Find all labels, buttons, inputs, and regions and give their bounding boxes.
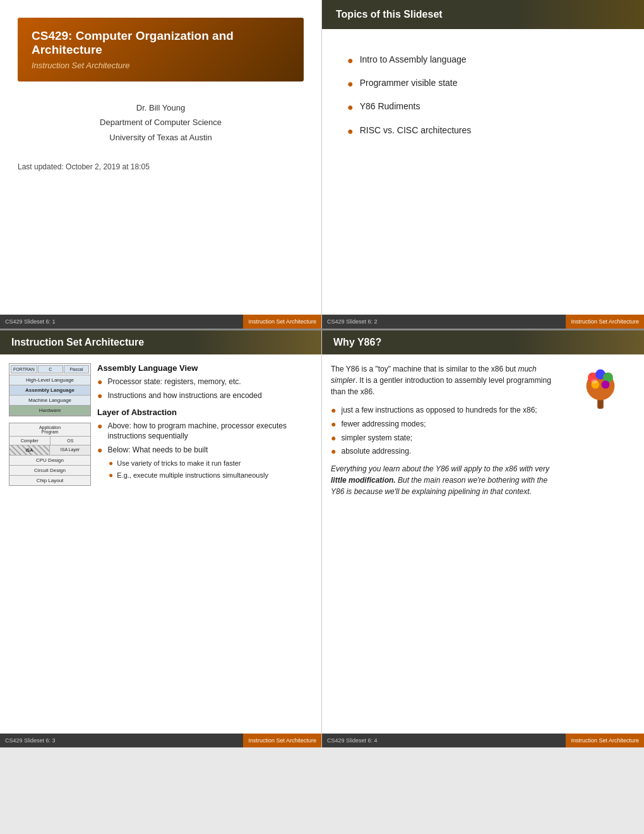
sub-bullet-dot-1: ● [109, 459, 113, 468]
topic-item: ●Programmer visible state [347, 78, 626, 90]
slide4-title: Why Y86? [333, 337, 633, 348]
s4-bullet-dot-1: ● [331, 405, 336, 416]
topic-bullet: ● [347, 54, 354, 66]
slide4-footer: CS429 Slideset 6: 4 Instruction Set Arch… [322, 734, 644, 747]
d1-machine: Machine Language [9, 396, 90, 406]
d2-compiler-os: Compiler OS [9, 437, 90, 445]
slide3-footer: CS429 Slideset 6: 3 Instruction Set Arch… [0, 734, 321, 747]
d2-isa-label: ISA Layer [50, 445, 90, 455]
slide3-bullet4-text: Below: What needs to be built [107, 445, 208, 456]
d1-hardware: Hardware [9, 406, 90, 416]
slide1-title-block: CS429: Computer Organization and Archite… [18, 18, 304, 82]
diagram2-box: ApplicationProgram Compiler OS ISA ISA L… [9, 423, 91, 486]
slide3-sub-bullet2: ● E.g., execute multiple instructions si… [109, 471, 313, 480]
topic-text: Programmer visible state [360, 78, 458, 88]
bottom-slides-row: Instruction Set Architecture FORTRAN C P… [0, 329, 644, 747]
bullet-dot-4: ● [97, 445, 102, 456]
slide3-content: FORTRAN C Pascal High-Level Language Ass… [0, 354, 321, 486]
topic-text: RISC vs. CISC architectures [360, 125, 472, 135]
d1-high-level: High-Level Language [9, 375, 90, 385]
slide3-bullet1-text: Processor state: registers, memory, etc. [107, 377, 241, 387]
d2-cpu: CPU Design [9, 456, 90, 466]
author-name: Dr. Bill Young [0, 100, 321, 115]
page-wrapper: { "slide1": { "main_title": "CS429: Comp… [0, 0, 644, 747]
d2-isa-hatched: ISA [9, 445, 50, 455]
slide4-bullet3: ● simpler system state; [331, 433, 558, 444]
slide4-footer-left: CS429 Slideset 6: 4 [322, 734, 566, 747]
slide-3: Instruction Set Architecture FORTRAN C P… [0, 330, 322, 747]
slide4-bullet4: ● absolute addressing. [331, 446, 558, 457]
slide4-bullet1-text: just a few instructions as opposed to hu… [341, 405, 537, 416]
slide1-sub-title: Instruction Set Architecture [32, 61, 290, 70]
topic-item: ●Intro to Assembly language [347, 54, 626, 66]
bullet-dot-3: ● [97, 421, 102, 432]
slide4-intro: The Y86 is a "toy" machine that is simil… [331, 363, 558, 397]
slide4-footer-right: Instruction Set Architecture [566, 734, 644, 747]
slide1-footer-left: CS429 Slideset 6: 1 [0, 315, 243, 329]
topic-bullet: ● [347, 78, 354, 90]
slide3-bullet2-text: Instructions and how instructions are en… [107, 390, 261, 401]
d2-compiler: Compiler [9, 437, 51, 445]
slide3-title: Instruction Set Architecture [11, 337, 310, 348]
s4-bullet-dot-2: ● [331, 419, 336, 430]
topic-item: ●RISC vs. CISC architectures [347, 125, 626, 137]
topic-bullet: ● [347, 101, 354, 113]
university: University of Texas at Austin [0, 130, 321, 145]
slide3-bullet2: ● Instructions and how instructions are … [97, 390, 313, 401]
d2-app: ApplicationProgram [9, 423, 90, 437]
d1-fortran-row: FORTRAN C Pascal [9, 364, 90, 375]
slide4-toy-image [566, 363, 635, 497]
slide3-header: Instruction Set Architecture [0, 330, 321, 354]
s4-bullet-dot-4: ● [331, 446, 336, 457]
slide4-content: The Y86 is a "toy" machine that is simil… [322, 354, 644, 497]
slide3-sub-bullet2-text: E.g., execute multiple instructions simu… [117, 471, 268, 480]
slide4-bullet2: ● fewer addressing modes; [331, 419, 558, 430]
d2-os: OS [51, 437, 91, 445]
d1-c: C [38, 365, 63, 373]
slide4-italic-text: Everything you learn about the Y86 will … [331, 463, 558, 497]
bullet-dot-1: ● [97, 377, 102, 387]
topic-text: Intro to Assembly language [360, 54, 467, 64]
bullet-dot-2: ● [97, 390, 102, 401]
slide2-header: Topics of this Slideset [322, 0, 644, 29]
top-slides-row: CS429: Computer Organization and Archite… [0, 0, 644, 329]
topic-item: ●Y86 Rudiments [347, 101, 626, 113]
topic-bullet: ● [347, 125, 354, 137]
slide-4: Why Y86? The Y86 is a "toy" machine that… [322, 330, 644, 747]
d1-fortran: FORTRAN [11, 365, 37, 373]
slide4-bullet1: ● just a few instructions as opposed to … [331, 405, 558, 416]
slide1-footer-right: Instruction Set Architecture [243, 315, 321, 329]
toy-svg [569, 363, 632, 414]
slide4-text: The Y86 is a "toy" machine that is simil… [331, 363, 558, 497]
topic-text: Y86 Rudiments [360, 101, 420, 111]
svg-point-7 [592, 380, 598, 384]
d2-chip: Chip Layout [9, 476, 90, 485]
slide-2: Topics of this Slideset ●Intro to Assemb… [322, 0, 644, 329]
slide3-sub-bullet1-text: Use variety of tricks to make it run fas… [117, 459, 241, 468]
slide3-bullet1: ● Processor state: registers, memory, et… [97, 377, 313, 387]
slide3-footer-right: Instruction Set Architecture [243, 734, 321, 747]
slide2-topics-list: ●Intro to Assembly language●Programmer v… [347, 54, 626, 137]
slide-1: CS429: Computer Organization and Archite… [0, 0, 322, 329]
slide4-bullet3-text: simpler system state; [341, 433, 412, 444]
sub-bullet-dot-2: ● [109, 471, 113, 480]
slide1-main-title: CS429: Computer Organization and Archite… [32, 29, 290, 57]
slide3-bullet3: ● Above: how to program machine, process… [97, 421, 313, 442]
slide1-updated: Last updated: October 2, 2019 at 18:05 [18, 162, 304, 171]
slide3-diagrams: FORTRAN C Pascal High-Level Language Ass… [9, 363, 91, 486]
slide3-bullet4: ● Below: What needs to be built [97, 445, 313, 456]
d2-isa-row: ISA ISA Layer [9, 445, 90, 456]
slide1-footer: CS429 Slideset 6: 1 Instruction Set Arch… [0, 315, 321, 329]
slide4-bullet2-text: fewer addressing modes; [341, 419, 426, 430]
diagram1-box: FORTRAN C Pascal High-Level Language Ass… [9, 363, 91, 416]
slide4-header: Why Y86? [322, 330, 644, 354]
slide2-title: Topics of this Slideset [336, 9, 443, 20]
d1-pascal: Pascal [64, 365, 89, 373]
svg-point-6 [602, 380, 610, 389]
slide3-footer-left: CS429 Slideset 6: 3 [0, 734, 243, 747]
slide3-bullet3-text: Above: how to program machine, processor… [107, 421, 313, 442]
d1-assembly: Assembly Language [9, 385, 90, 396]
slide3-section1-heading: Assembly Language View [97, 363, 313, 373]
d2-circuit: Circuit Design [9, 466, 90, 476]
slide3-sub-bullet1: ● Use variety of tricks to make it run f… [109, 459, 313, 468]
